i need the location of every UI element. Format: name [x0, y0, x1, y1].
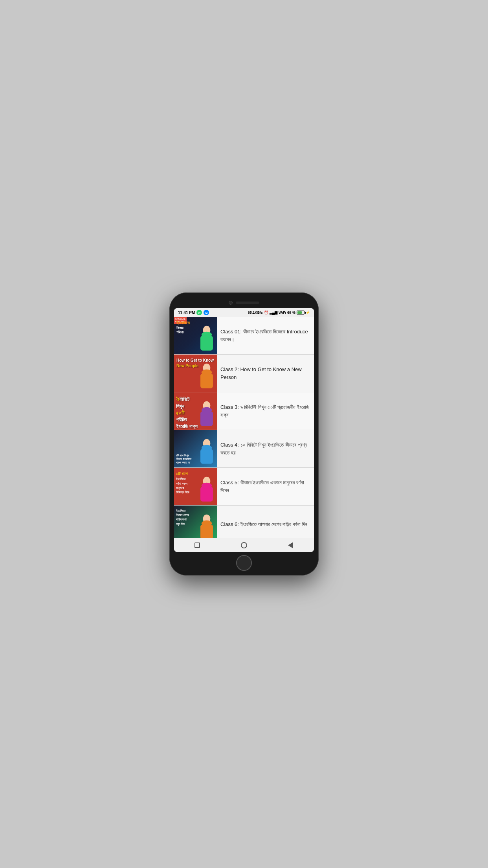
thumb-figure-5	[197, 476, 216, 505]
clock-icon: ⏰	[264, 311, 268, 314]
thumb-3-text: ৯মিনিটেশিখুন৫০টিপরিচিতইংরেজি বাক্য	[176, 394, 198, 430]
svg-point-5	[202, 370, 212, 375]
thumbnail-4: ৪টি ধাপে শিখুনকীভাবে ইংরেজিতেপ্রশ্ন করতে…	[174, 430, 217, 467]
svg-rect-7	[200, 411, 213, 426]
item-info-6: Class 6: ইংরেজিতে আপনার দেশের বাড়ির বর্…	[217, 506, 314, 538]
thumb-figure-1	[197, 325, 216, 354]
thumb-figure-3	[197, 400, 216, 430]
list-item[interactable]: ইংরেজিতেনিজের দেশেরবাড়ির কথাবলুন দিন Cl…	[174, 506, 314, 538]
thumbnail-6: ইংরেজিতেনিজের দেশেরবাড়ির কথাবলুন দিন	[174, 506, 217, 538]
camera	[229, 301, 233, 305]
speaker	[236, 302, 259, 304]
svg-point-2	[202, 332, 212, 338]
thumb-figure-2	[197, 362, 216, 392]
home-button[interactable]	[236, 555, 252, 571]
svg-point-17	[202, 520, 212, 526]
battery-percent-sign: %	[292, 311, 295, 314]
item-info-1: Class 01: কীভাবে ইংরেজিতে নিজেকে Introdu…	[217, 317, 314, 354]
status-time: 11:41 PM	[178, 311, 195, 315]
list-item[interactable]: ৯মিনিটেশিখুন৫০টিপরিচিতইংরেজি বাক্য Class…	[174, 392, 314, 430]
signal-icon: ▂▄▆	[270, 311, 277, 314]
list-item[interactable]: ৪টি ধাপে শিখুনকীভাবে ইংরেজিতেপ্রশ্ন করতে…	[174, 430, 314, 468]
thumb-4-text: ৪টি ধাপে শিখুনকীভাবে ইংরেজিতেপ্রশ্ন করতে…	[176, 454, 191, 464]
list-item[interactable]: SPECIALON LIVE ইংরেজিতেনিজেরপরিচয় Cl	[174, 317, 314, 355]
nav-bar	[174, 538, 314, 552]
nav-home-button[interactable]	[238, 540, 250, 551]
thumbnail-3: ৯মিনিটেশিখুন৫০টিপরিচিতইংরেজি বাক্য	[174, 392, 217, 430]
thumb-1-text: ইংরেজিতেনিজেরপরিচয়	[176, 320, 190, 335]
svg-rect-13	[200, 487, 213, 502]
whatsapp-icon: W	[196, 310, 202, 315]
item-title-4: Class 4: ১০ মিনিটে শিখুন ইংরেজিতে কীভাবে…	[220, 441, 310, 456]
status-bar: 11:41 PM W M 65.1KB/s ⏰ ▂▄▆ WiFi 69 % ⚡	[174, 308, 314, 317]
notch-area	[174, 297, 314, 308]
item-title-2: Class 2: How to Get to Know a New Person	[220, 366, 310, 381]
thumbnail-2: How to Get to Know New People	[174, 355, 217, 392]
item-title-5: Class 5: কীভাবে ইংরেজিতে একজন মানুষের বর…	[220, 479, 310, 494]
item-title-3: Class 3: ৯ মিনিটেই শিখুন ৫০টি প্রয়োজনীয…	[220, 403, 310, 419]
status-left: 11:41 PM W M	[178, 310, 209, 315]
svg-rect-10	[200, 449, 213, 464]
thumbnail-1: SPECIALON LIVE ইংরেজিতেনিজেরপরিচয়	[174, 317, 217, 354]
item-info-5: Class 5: কীভাবে ইংরেজিতে একজন মানুষের বর…	[217, 468, 314, 505]
item-info-2: Class 2: How to Get to Know a New Person	[217, 355, 314, 392]
svg-rect-1	[200, 336, 213, 351]
square-icon	[194, 542, 200, 548]
item-info-4: Class 4: ১০ মিনিটে শিখুন ইংরেজিতে কীভাবে…	[217, 430, 314, 467]
thumb-6-text: ইংরেজিতেনিজের দেশেরবাড়ির কথাবলুন দিন	[176, 509, 189, 526]
status-right: 65.1KB/s ⏰ ▂▄▆ WiFi 69 % ⚡	[248, 311, 310, 314]
charging-icon: ⚡	[306, 311, 310, 314]
svg-rect-4	[200, 373, 213, 388]
phone-frame: 11:41 PM W M 65.1KB/s ⏰ ▂▄▆ WiFi 69 % ⚡	[169, 292, 319, 576]
content-list: SPECIALON LIVE ইংরেজিতেনিজেরপরিচয় Cl	[174, 317, 314, 538]
item-title-1: Class 01: কীভাবে ইংরেজিতে নিজেকে Introdu…	[220, 328, 310, 343]
item-title-6: Class 6: ইংরেজিতে আপনার দেশের বাড়ির বর্…	[220, 520, 307, 528]
svg-point-14	[202, 483, 212, 489]
nav-square-button[interactable]	[192, 540, 203, 551]
messenger-icon: M	[204, 310, 209, 315]
nav-back-button[interactable]	[285, 540, 296, 551]
battery-label: 69	[287, 311, 291, 314]
thumb-figure-6	[197, 513, 216, 538]
svg-point-11	[202, 445, 212, 451]
list-item[interactable]: How to Get to Know New People Class 2: H…	[174, 355, 314, 392]
list-item[interactable]: ৬টি ধাপে ইংরেজিতেবর্ণনা করুনমানুষকেবিভিন…	[174, 468, 314, 506]
wifi-icon: WiFi	[279, 311, 286, 314]
svg-point-8	[202, 407, 212, 413]
data-speed: 65.1KB/s	[248, 311, 263, 314]
thumb-5-text: ৬টি ধাপে ইংরেজিতেবর্ণনা করুনমানুষকেবিভিন…	[176, 471, 189, 495]
phone-screen: 11:41 PM W M 65.1KB/s ⏰ ▂▄▆ WiFi 69 % ⚡	[174, 308, 314, 552]
item-info-3: Class 3: ৯ মিনিটেই শিখুন ৫০টি প্রয়োজনীয…	[217, 392, 314, 430]
circle-icon	[241, 542, 247, 548]
triangle-icon	[288, 542, 293, 548]
battery-icon	[297, 311, 305, 314]
svg-rect-16	[200, 524, 213, 538]
thumb-figure-4	[197, 438, 216, 467]
thumbnail-5: ৬টি ধাপে ইংরেজিতেবর্ণনা করুনমানুষকেবিভিন…	[174, 468, 217, 505]
